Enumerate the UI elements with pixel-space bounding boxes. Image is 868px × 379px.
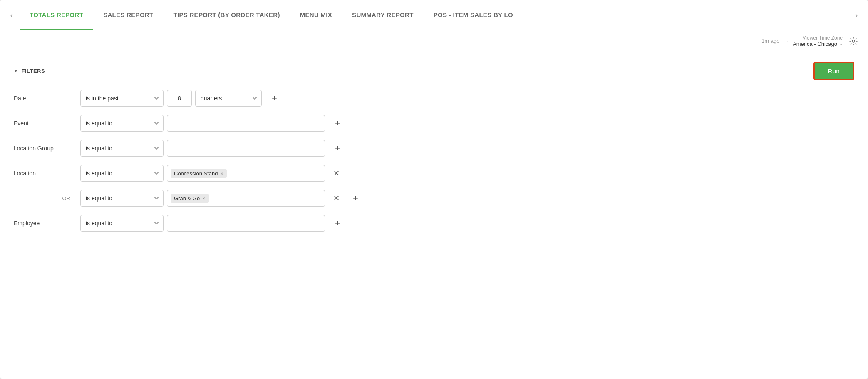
employee-value-input[interactable] bbox=[167, 215, 325, 232]
timezone-dropdown-icon: ⌄ bbox=[839, 41, 843, 47]
location-tag-concession-stand: Concession Stand × bbox=[171, 169, 227, 178]
tab-pos-item-sales[interactable]: POS - ITEM SALES BY LO bbox=[424, 0, 523, 30]
app-container: ‹ TOTALS REPORT SALES REPORT TIPS REPORT… bbox=[0, 0, 868, 379]
location-or-condition-select[interactable]: is equal to bbox=[80, 190, 164, 207]
header-timezone-area: 1m ago · Viewer Time Zone America - Chic… bbox=[761, 35, 843, 47]
tab-nav-right-button[interactable]: › bbox=[852, 7, 861, 23]
filter-controls-event: is equal to + bbox=[80, 115, 854, 132]
date-number-input[interactable] bbox=[167, 90, 192, 107]
filter-label-employee: Employee bbox=[14, 220, 80, 227]
gear-icon bbox=[849, 37, 858, 45]
tab-summary-report[interactable]: SUMMARY REPORT bbox=[342, 0, 424, 30]
filter-label-location-group: Location Group bbox=[14, 145, 80, 152]
filter-controls-employee: is equal to + bbox=[80, 215, 854, 232]
event-add-button[interactable]: + bbox=[332, 117, 344, 130]
date-period-select[interactable]: quarters bbox=[195, 90, 262, 107]
filter-row-event: Event is equal to + bbox=[14, 115, 854, 132]
filters-header: ▼ FILTERS Run bbox=[14, 62, 854, 80]
filters-section: ▼ FILTERS Run Date is in the past quarte… bbox=[0, 52, 868, 250]
event-value-input[interactable] bbox=[167, 115, 325, 132]
location-tag-label: Concession Stand bbox=[174, 170, 218, 177]
run-button[interactable]: Run bbox=[813, 62, 854, 80]
location-or-add-button[interactable]: + bbox=[350, 192, 362, 204]
filter-label-date: Date bbox=[14, 95, 80, 102]
filters-chevron-icon: ▼ bbox=[14, 69, 18, 73]
location-tag-remove-button[interactable]: × bbox=[221, 171, 224, 176]
tab-menu-mix[interactable]: MENU MIX bbox=[290, 0, 342, 30]
location-or-tag-grab-and-go: Grab & Go × bbox=[171, 194, 209, 203]
tab-tips-report[interactable]: TIPS REPORT (BY ORDER TAKER) bbox=[163, 0, 290, 30]
tab-totals-report[interactable]: TOTALS REPORT bbox=[20, 0, 93, 30]
filter-label-event: Event bbox=[14, 120, 80, 127]
tab-nav-left-button[interactable]: ‹ bbox=[7, 7, 16, 23]
filter-controls-location: is equal to Concession Stand × ✕ bbox=[80, 165, 854, 182]
location-group-value-input[interactable] bbox=[167, 140, 325, 157]
location-or-tag-input[interactable]: Grab & Go × bbox=[167, 190, 325, 207]
filters-title-area: ▼ FILTERS bbox=[14, 68, 45, 74]
filter-controls-location-or: is equal to Grab & Go × ✕ + bbox=[80, 190, 854, 207]
location-tag-input[interactable]: Concession Stand × bbox=[167, 165, 325, 182]
settings-button[interactable] bbox=[849, 37, 858, 45]
filter-or-label: OR bbox=[14, 195, 80, 202]
separator: · bbox=[787, 38, 789, 44]
location-or-tag-label: Grab & Go bbox=[174, 195, 200, 202]
filter-label-location: Location bbox=[14, 170, 80, 177]
date-add-button[interactable]: + bbox=[268, 92, 280, 105]
employee-condition-select[interactable]: is equal to bbox=[80, 215, 164, 232]
filter-row-location-or: OR is equal to Grab & Go × ✕ + bbox=[14, 190, 854, 207]
filter-controls-date: is in the past quarters + bbox=[80, 90, 854, 107]
filter-row-location: Location is equal to Concession Stand × … bbox=[14, 165, 854, 182]
timezone-label: Viewer Time Zone bbox=[803, 35, 843, 41]
timezone-selector[interactable]: Viewer Time Zone America - Chicago ⌄ bbox=[793, 35, 843, 47]
location-or-remove-button[interactable]: ✕ bbox=[330, 193, 343, 204]
filter-row-employee: Employee is equal to + bbox=[14, 215, 854, 232]
header-bar: 1m ago · Viewer Time Zone America - Chic… bbox=[0, 30, 868, 52]
tab-sales-report[interactable]: SALES REPORT bbox=[93, 0, 163, 30]
event-condition-select[interactable]: is equal to bbox=[80, 115, 164, 132]
filter-row-location-group: Location Group is equal to + bbox=[14, 140, 854, 157]
time-ago-label: 1m ago bbox=[761, 38, 779, 44]
location-or-tag-remove-button[interactable]: × bbox=[202, 196, 206, 201]
location-group-add-button[interactable]: + bbox=[332, 142, 344, 155]
filter-controls-location-group: is equal to + bbox=[80, 140, 854, 157]
filters-title-label: FILTERS bbox=[21, 68, 45, 74]
location-remove-button[interactable]: ✕ bbox=[330, 168, 343, 179]
location-condition-select[interactable]: is equal to bbox=[80, 165, 164, 182]
tab-bar: ‹ TOTALS REPORT SALES REPORT TIPS REPORT… bbox=[0, 0, 868, 30]
timezone-value: America - Chicago bbox=[793, 41, 837, 47]
employee-add-button[interactable]: + bbox=[332, 217, 344, 229]
filter-row-date: Date is in the past quarters + bbox=[14, 90, 854, 107]
date-condition-select[interactable]: is in the past bbox=[80, 90, 164, 107]
location-group-condition-select[interactable]: is equal to bbox=[80, 140, 164, 157]
svg-point-0 bbox=[852, 40, 855, 42]
